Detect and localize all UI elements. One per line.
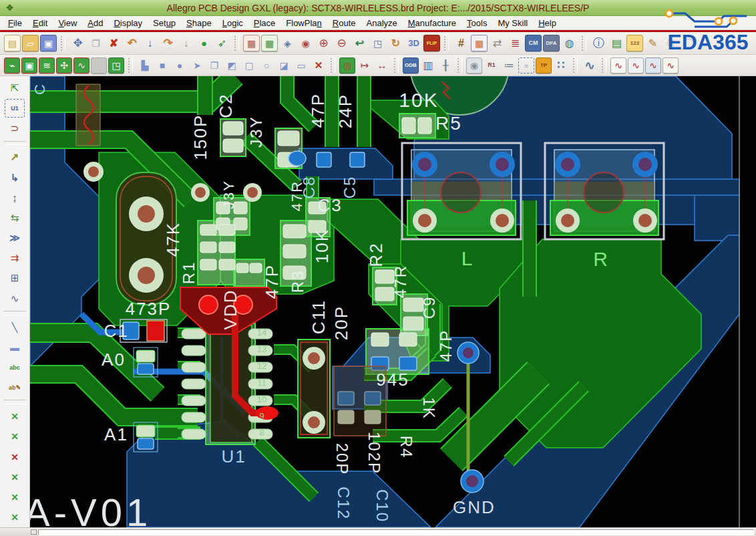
circle-tool-icon[interactable]: ●: [172, 57, 188, 74]
add-text-icon[interactable]: abc: [5, 358, 25, 377]
board-place-icon[interactable]: ▣: [21, 57, 37, 74]
menu-display[interactable]: Display: [108, 17, 148, 29]
chamfer-tool-icon[interactable]: ◩: [224, 57, 240, 74]
menu-route[interactable]: Route: [327, 17, 361, 29]
undo-icon[interactable]: ↶: [124, 35, 140, 51]
pcb-drawing[interactable]: C150PC2J3Y47P24PJ3Y47RC8C5C347K10KR2R147…: [30, 76, 756, 527]
via-wrench-icon[interactable]: ╂: [437, 57, 453, 74]
delete-icon[interactable]: ✘: [106, 35, 122, 51]
menu-tools[interactable]: Tools: [461, 17, 492, 29]
zoom-in-icon[interactable]: ⊕: [315, 35, 332, 51]
ratsnest-delete-icon[interactable]: ✕: [5, 447, 25, 466]
zoom-out-icon[interactable]: ⊖: [333, 35, 350, 51]
constraint-manager-icon[interactable]: CM: [525, 35, 542, 51]
open-folder-icon[interactable]: ▱: [22, 35, 39, 51]
color-dialog-icon[interactable]: ▦: [471, 35, 488, 51]
polygon-tool-icon[interactable]: ▙: [137, 57, 153, 74]
dimension-span-icon[interactable]: ↔: [374, 57, 390, 74]
new-file-icon[interactable]: ▤: [4, 35, 21, 51]
dfa-table-icon[interactable]: DFA: [543, 35, 560, 51]
add-line-icon[interactable]: ╲: [5, 318, 25, 337]
odb-export-icon[interactable]: ODB: [403, 57, 419, 74]
zoom-selection-icon[interactable]: ◳: [369, 35, 386, 51]
board-dots-icon[interactable]: ⌁: [4, 57, 20, 74]
ratsnest-note-icon[interactable]: ✕: [5, 468, 25, 487]
shove-ball-icon[interactable]: ●: [196, 35, 212, 51]
board-shape-icon[interactable]: ✣: [56, 57, 72, 74]
board-tune-icon[interactable]: ∿: [73, 57, 89, 74]
variants-icon[interactable]: R1: [484, 57, 500, 74]
zoom-fit-icon[interactable]: ◈: [279, 35, 296, 51]
menu-analyze[interactable]: Analyze: [361, 17, 403, 29]
testpoint-icon[interactable]: TP: [536, 57, 552, 74]
circle-outline-icon[interactable]: ○: [258, 57, 274, 74]
cross-section-icon[interactable]: ≣: [507, 35, 524, 51]
dimension-edge-icon[interactable]: ↦: [357, 57, 373, 74]
zoom-previous-icon[interactable]: ↩: [351, 35, 368, 51]
menu-logic[interactable]: Logic: [217, 17, 248, 29]
menu-file[interactable]: File: [3, 17, 27, 29]
add-rect-icon[interactable]: ▬: [5, 338, 25, 357]
status-toggle[interactable]: [31, 529, 37, 535]
ratsnest-erase-icon[interactable]: ✕: [5, 407, 25, 426]
net-waveform-icon[interactable]: ∿: [582, 57, 598, 74]
edit-text-icon[interactable]: ab✎: [5, 378, 25, 397]
grid-toggle-icon[interactable]: #: [453, 35, 469, 51]
connector-plug-icon[interactable]: ⊃: [5, 119, 25, 138]
board-etch-icon[interactable]: ≋: [39, 57, 55, 74]
menu-manufacture[interactable]: Manufacture: [403, 17, 461, 29]
board-blank-icon[interactable]: [91, 57, 107, 74]
pin-swap-icon[interactable]: ⇆: [5, 209, 25, 227]
bar-tool-icon[interactable]: ▭: [293, 57, 309, 74]
drill-legend-icon[interactable]: ◎: [339, 57, 355, 74]
move-icon[interactable]: ✥: [69, 35, 86, 51]
title-bar[interactable]: ❖ Allegro PCB Design GXL (legacy): SCTX8…: [0, 0, 756, 16]
corner-fill-icon[interactable]: ◪: [276, 57, 292, 74]
rats-net-icon[interactable]: ▦: [261, 35, 278, 51]
menu-setup[interactable]: Setup: [148, 17, 181, 29]
slide-icon[interactable]: ↳: [5, 168, 25, 187]
daylight-icon[interactable]: ☀: [663, 35, 679, 51]
highlight-brush-icon[interactable]: ✎: [644, 35, 661, 51]
ratsnest-group-icon[interactable]: ✕: [5, 488, 25, 507]
fanout-icon[interactable]: ≫: [5, 229, 25, 247]
signal-book-icon[interactable]: ∿: [628, 57, 644, 74]
snapshot-camera-icon[interactable]: ◉: [466, 57, 482, 74]
ratsnest-line-icon[interactable]: ✕: [5, 427, 25, 446]
component-table-icon[interactable]: ▤: [608, 35, 625, 51]
signal-calc-icon[interactable]: ∿: [645, 57, 661, 74]
shape-delete-icon[interactable]: ✕: [311, 57, 327, 74]
frame-copy-icon[interactable]: ❐: [206, 57, 222, 74]
copy-icon[interactable]: ❐: [87, 35, 104, 51]
status-ball-icon[interactable]: ◯: [681, 35, 697, 51]
menu-my-skill[interactable]: My Skill: [492, 17, 533, 29]
commit-down-icon[interactable]: ↓: [178, 35, 194, 51]
world-view-icon[interactable]: ◍: [561, 35, 578, 51]
select-arrow-icon[interactable]: ➤: [189, 57, 205, 74]
menu-flowplan[interactable]: FlowPlan: [280, 17, 327, 29]
menu-view[interactable]: View: [53, 17, 82, 29]
rats-all-icon[interactable]: ▦: [243, 35, 260, 51]
signal-report-icon[interactable]: ∿: [610, 57, 626, 74]
signal-check-icon[interactable]: ∿: [663, 57, 679, 74]
region-select-icon[interactable]: ▫: [518, 57, 534, 74]
save-icon[interactable]: ▣: [40, 35, 57, 51]
ratsnest-copy-icon[interactable]: ✕: [5, 508, 25, 527]
apply-down-icon[interactable]: ↓: [142, 35, 158, 51]
pad-grid-icon[interactable]: ∷: [553, 57, 569, 74]
rect-tool-icon[interactable]: ■: [154, 57, 170, 74]
drill-chart-icon[interactable]: ▥: [420, 57, 436, 74]
add-connect-icon[interactable]: ↗: [5, 148, 25, 166]
spread-lines-icon[interactable]: ⇉: [5, 249, 25, 267]
pin-icon[interactable]: ➶: [214, 35, 230, 51]
flip-board-icon[interactable]: FLIP: [423, 35, 440, 51]
serpentine-icon[interactable]: ∿: [5, 289, 25, 308]
redraw-icon[interactable]: ↻: [387, 35, 404, 51]
measure-ruler-icon[interactable]: 123: [626, 35, 643, 51]
delay-tune-icon[interactable]: ↨: [5, 188, 25, 207]
component-u1-icon[interactable]: U1: [5, 99, 25, 118]
menu-edit[interactable]: Edit: [27, 17, 53, 29]
help-info-icon[interactable]: ⓘ: [590, 35, 607, 51]
layer-swap-icon[interactable]: ⇄: [489, 35, 506, 51]
place-export-icon[interactable]: ⇱: [5, 79, 25, 98]
